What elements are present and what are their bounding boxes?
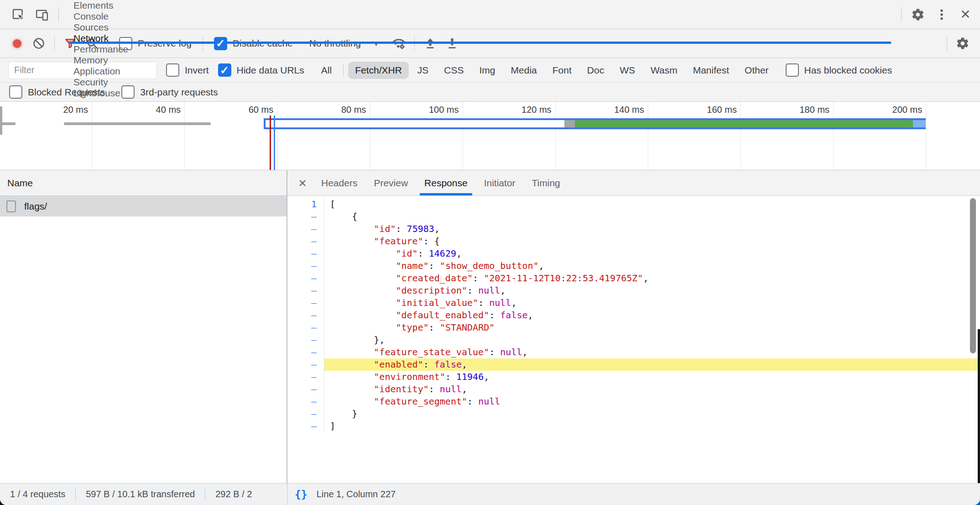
bar-segment-tail <box>913 120 926 127</box>
status-bar: 1 / 4 requests597 B / 10.1 kB transferre… <box>0 483 980 505</box>
request-row-flags[interactable]: flags/ <box>0 196 287 216</box>
code-token: "id" <box>374 223 396 234</box>
code-token: : <box>478 297 489 308</box>
code-token <box>330 322 396 333</box>
bar-segment-stalled <box>564 120 575 127</box>
tab-sources[interactable]: Sources <box>63 22 897 33</box>
code-line-text: "created_date": "2021-11-12T10:22:53.419… <box>324 272 980 284</box>
code-token: "identity" <box>374 384 428 395</box>
name-column-header[interactable]: Name <box>0 170 287 196</box>
code-token: "STANDARD" <box>440 322 495 333</box>
tab-label: Elements <box>73 0 114 11</box>
request-details-pane: × HeadersPreviewResponseInitiatorTiming … <box>287 170 980 483</box>
gutter-line-number: – <box>287 408 324 420</box>
device-toolbar-icon[interactable] <box>30 0 54 29</box>
code-line: – "created_date": "2021-11-12T10:22:53.4… <box>287 272 980 284</box>
close-devtools-icon[interactable]: ✕ <box>954 0 977 29</box>
gutter-line-number: – <box>287 297 324 309</box>
bar-segment-waiting <box>266 120 564 127</box>
code-token: , <box>462 359 467 370</box>
network-overview-timeline[interactable]: 20 ms40 ms60 ms80 ms100 ms120 ms140 ms16… <box>0 102 980 170</box>
gutter-line-number: – <box>287 235 324 247</box>
timeline-tick-label: 140 ms <box>594 105 644 115</box>
code-token: }, <box>330 334 385 345</box>
code-token: null <box>440 384 462 395</box>
record-network-log-button[interactable] <box>13 39 21 48</box>
code-token <box>330 248 396 259</box>
timeline-gridline <box>184 102 185 170</box>
code-token: , <box>462 384 467 395</box>
tab-application[interactable]: Application <box>63 66 897 77</box>
code-line-text: "type": "STANDARD" <box>324 321 980 334</box>
more-options-kebab-icon[interactable] <box>930 0 954 29</box>
toolbar-divider-5 <box>947 36 947 51</box>
tab-label: Application <box>73 66 120 77</box>
code-line: – "identity": null, <box>287 383 980 395</box>
tab-lighthouse[interactable]: Lighthouse <box>63 88 897 99</box>
detail-tab-timing[interactable]: Timing <box>524 170 568 195</box>
code-line-text: } <box>324 408 980 420</box>
gutter-line-number: – <box>287 395 324 408</box>
code-token: : { <box>423 236 440 247</box>
request-name: flags/ <box>24 201 47 212</box>
tab-label: Sources <box>73 22 109 33</box>
code-line-text: { <box>324 210 980 223</box>
tab-label: Lighthouse <box>73 88 120 99</box>
code-token: "default_enabled" <box>396 310 490 321</box>
gutter-line-number: – <box>287 420 324 432</box>
clear-network-log-icon[interactable] <box>28 33 50 53</box>
name-header-label: Name <box>7 178 33 189</box>
window-edge-shadow <box>978 329 980 483</box>
timeline-tick-label: 40 ms <box>130 105 181 115</box>
response-code-area[interactable]: 1[– {– "id": 75983,– "feature": {– "id":… <box>287 196 980 483</box>
code-token: "id" <box>396 248 418 259</box>
disable-cache-box[interactable] <box>214 37 227 50</box>
timeline-tick-label: 160 ms <box>687 105 737 115</box>
code-token: , <box>511 297 516 308</box>
tab-network[interactable]: Network <box>63 33 897 44</box>
code-token: : <box>429 384 440 395</box>
detail-tab-response[interactable]: Response <box>416 170 476 195</box>
timeline-tick-label: 120 ms <box>501 105 552 115</box>
blocked-requests-box[interactable] <box>9 85 22 99</box>
gutter-line-number: – <box>287 334 324 346</box>
load-marker-line <box>274 116 275 170</box>
code-token: : <box>429 322 440 333</box>
code-token: , <box>643 273 648 284</box>
close-details-icon[interactable]: × <box>292 170 313 195</box>
code-token: "feature" <box>374 236 423 247</box>
scrollbar-thumb[interactable] <box>970 198 976 353</box>
tab-console[interactable]: Console <box>63 11 897 22</box>
code-token <box>330 384 374 395</box>
clear-glyph <box>32 37 45 50</box>
code-line: – "type": "STANDARD" <box>287 321 980 334</box>
pretty-print-braces-icon[interactable]: {} <box>295 489 308 500</box>
tab-security[interactable]: Security <box>63 77 897 88</box>
detail-tab-headers[interactable]: Headers <box>313 170 365 195</box>
selected-request-bar[interactable] <box>264 118 926 129</box>
tab-performance[interactable]: Performance <box>63 44 897 55</box>
code-token: } <box>330 408 357 419</box>
network-settings-gear-icon[interactable] <box>952 33 974 53</box>
gutter-line-number: – <box>287 260 324 272</box>
detail-tab-initiator[interactable]: Initiator <box>476 170 524 195</box>
code-token: null <box>478 285 500 296</box>
settings-gear-icon[interactable] <box>906 0 930 29</box>
inspect-element-glyph <box>11 8 25 21</box>
code-token: [ <box>330 199 335 210</box>
code-token: , <box>539 260 544 271</box>
tab-elements[interactable]: Elements <box>63 0 897 11</box>
status-summary-strip: 1 / 4 requests597 B / 10.1 kB transferre… <box>0 484 287 505</box>
code-line: – "initial_value": null, <box>287 297 980 309</box>
detail-tab-strip: HeadersPreviewResponseInitiatorTiming <box>313 170 568 195</box>
timeline-tick-label: 60 ms <box>223 105 273 115</box>
code-token: "initial_value" <box>396 297 479 308</box>
detail-tab-preview[interactable]: Preview <box>365 170 416 195</box>
timeline-gridline <box>833 102 834 170</box>
tab-memory[interactable]: Memory <box>63 55 897 66</box>
detail-tab-label: Response <box>424 178 468 189</box>
code-token: "created_date" <box>396 273 473 284</box>
code-line-text: "identity": null, <box>324 383 980 395</box>
hide-data-urls-box[interactable] <box>218 63 231 77</box>
inspect-element-icon[interactable] <box>6 0 30 29</box>
